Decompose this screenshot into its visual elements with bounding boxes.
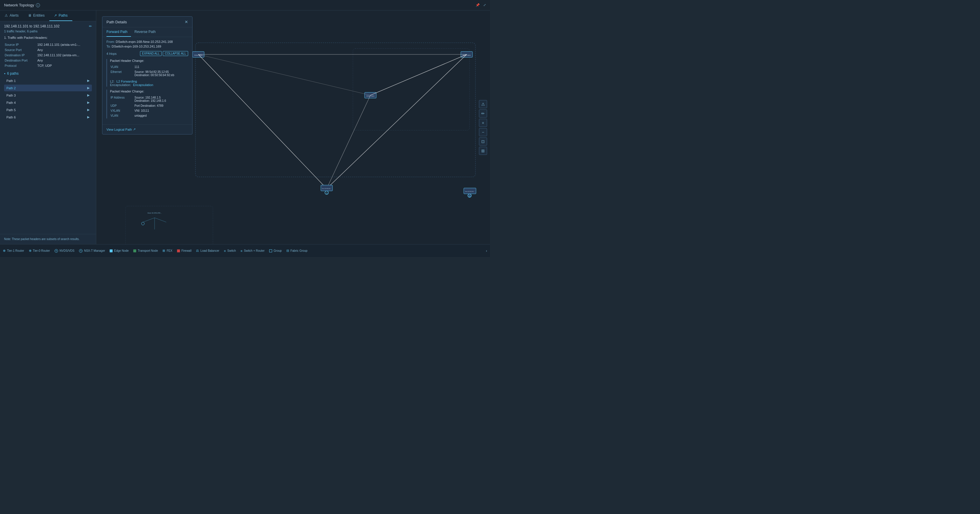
group-label: Group <box>274 249 282 252</box>
path-item-5[interactable]: Path 5 ▶ <box>4 107 92 113</box>
hop-1-encap-value[interactable]: Encapsulation <box>133 83 153 87</box>
nsx-icon: N <box>79 249 83 253</box>
expand-all-button[interactable]: EXPAND ALL <box>140 51 162 56</box>
right-tools: ⚠ ✏ + − ⊡ ⊞ <box>479 100 487 155</box>
hops-label: 4 Hops <box>107 52 117 56</box>
paths-collapse-header[interactable]: ▪ 6 paths <box>4 72 92 76</box>
source-ip-value: 192.148.11.101 (arista-vm1-... <box>37 42 91 47</box>
collapse-icon: ▪ <box>4 72 5 76</box>
load-balancer-label: Load Balancer <box>200 249 220 252</box>
svg-text:⊙: ⊙ <box>326 192 328 194</box>
hop-1-title: Packet Header Change: <box>110 59 188 62</box>
hop-1-vlan-label: VLAN <box>111 65 134 69</box>
path-item-2[interactable]: Path 2 ▶ <box>4 84 92 91</box>
source-ip-label: Source IP <box>5 42 37 47</box>
legend-fex: ⊞ FEX <box>162 249 172 253</box>
alert-tool-button[interactable]: ⚠ <box>479 100 487 108</box>
legend-group: Group <box>269 249 282 252</box>
node-bottom-left[interactable]: Host 10.253.241... ⊙ <box>321 185 332 194</box>
source-port-row: Source Port Any <box>5 48 91 52</box>
hops-actions: EXPAND ALL COLLAPSE ALL <box>140 51 188 56</box>
path-item-3[interactable]: Path 3 ▶ <box>4 92 92 99</box>
switch-icon: ≡ <box>224 249 226 253</box>
legend-nsx-manager: N NSX-T Manager <box>79 249 105 253</box>
hop-2-vxlan-value: VNI: 10111 <box>134 108 188 113</box>
tab-reverse-path[interactable]: Reverse Path <box>134 27 159 37</box>
svg-line-11 <box>371 54 467 95</box>
svg-text:⊙: ⊙ <box>469 195 471 197</box>
hop-2-udp-value: Port Destination: 4789 <box>134 103 188 108</box>
fit-button[interactable]: ⊡ <box>479 137 487 146</box>
path-item-4[interactable]: Path 4 ▶ <box>4 99 92 106</box>
canvas-area: Path Details ✕ Forward Path Reverse Path… <box>96 11 490 244</box>
hop-2-ip-label: IP Address <box>111 95 134 103</box>
section-title: 1. Traffic with Packet Headers: <box>4 36 92 40</box>
path-3-chevron: ▶ <box>87 93 89 97</box>
collapse-all-button[interactable]: COLLAPSE ALL <box>163 51 188 56</box>
info-icon[interactable]: i <box>36 3 40 7</box>
path-item-1[interactable]: Path 1 ▶ <box>4 77 92 84</box>
switch-label: Switch <box>227 249 235 252</box>
switch-router-label: Switch + Router <box>244 249 264 252</box>
node-bottom-right[interactable]: Host 10.253.241... ⊙ <box>464 188 476 197</box>
path-subtitle: 1 traffic header, 6 paths <box>4 29 92 33</box>
header-actions: 📌 ⤢ <box>476 3 486 7</box>
path-details-close[interactable]: ✕ <box>185 19 188 24</box>
nvds-icon: N <box>54 249 58 253</box>
hop-1-encap-row: Encapsulation: Encapsulation <box>110 83 188 87</box>
fabric-group-label: Fabric Group <box>291 249 307 252</box>
hop-2-table: IP Address Source: 192.148.1.5 Destinati… <box>110 95 188 118</box>
page-title: Network Topology i <box>4 3 40 7</box>
layout-button[interactable]: ⊞ <box>479 147 487 155</box>
path-item-6[interactable]: Path 6 ▶ <box>4 114 92 121</box>
alerts-icon: ⚠ <box>5 13 8 18</box>
source-ip-row: Source IP 192.148.11.101 (arista-vm1-... <box>5 42 91 47</box>
source-port-label: Source Port <box>5 48 37 52</box>
tab-entities[interactable]: 🖥 Entities <box>23 11 49 21</box>
path-details-body: From: DSwitch-evpn-168-New-10.253.241.16… <box>102 37 192 124</box>
path-2-chevron: ▶ <box>87 86 89 90</box>
zoom-out-button[interactable]: − <box>479 128 487 136</box>
svg-rect-0 <box>196 43 476 177</box>
path-from: From: DSwitch-evpn-168-New-10.253.241.16… <box>107 40 188 43</box>
title-text: Network Topology <box>4 3 34 7</box>
pin-icon[interactable]: 📌 <box>476 3 480 7</box>
hop-1-l2-value[interactable]: L2 Forwarding <box>116 80 137 83</box>
hop-1-encap-label: Encapsulation: <box>110 83 131 87</box>
edit-tool-button[interactable]: ✏ <box>479 110 487 118</box>
svg-line-9 <box>327 54 467 189</box>
edit-path-icon[interactable]: ✏ <box>89 24 92 28</box>
dest-port-value: Any <box>37 58 91 63</box>
tab-alerts[interactable]: ⚠ Alerts <box>0 11 23 21</box>
paths-icon: ↗ <box>54 13 57 18</box>
svg-text:Host 10.253.241...: Host 10.253.241... <box>322 188 332 189</box>
tier1-router-icon: ⊕ <box>3 249 6 253</box>
view-logical-path-link[interactable]: View Logical Path ↗ <box>107 127 188 131</box>
transport-node-label: Transport Node <box>138 249 158 252</box>
hop-2-section: Packet Header Change: IP Address Source:… <box>107 89 188 118</box>
hop-1-ethernet-row: Ethernet Source: 98:5d:82:35:12:65 Desti… <box>111 70 188 77</box>
path-2-label: Path 2 <box>6 86 16 90</box>
hop-2-udp-row: UDP Port Destination: 4789 <box>111 103 188 108</box>
hop-1-vlan-row: VLAN 111 <box>111 65 188 69</box>
source-port-value: Any <box>37 48 91 52</box>
zoom-in-button[interactable]: + <box>479 119 487 127</box>
dest-ip-row: Destination IP 192.148.111.102 (arista-v… <box>5 53 91 57</box>
legend-switch-router: ≡ Switch + Router <box>240 249 264 253</box>
hop-1-table: VLAN 111 Ethernet Source: 98:5d:82:35:12… <box>110 64 188 78</box>
path-4-label: Path 4 <box>6 101 16 104</box>
tab-paths[interactable]: ↗ Paths <box>49 11 72 21</box>
more-button[interactable]: › <box>486 249 487 253</box>
svg-text:Host 10.253.241...: Host 10.253.241... <box>465 191 475 192</box>
expand-icon[interactable]: ⤢ <box>483 3 486 7</box>
transport-node-icon <box>133 250 136 252</box>
bottom-legend-bar: ⊕ Tier-1 Router ⊕ Tier-0 Router N NVDS/V… <box>0 244 490 257</box>
edge-node-icon <box>110 250 113 252</box>
tab-forward-path[interactable]: Forward Path <box>107 27 131 37</box>
load-balancer-icon: ⚖ <box>196 249 199 253</box>
view-logical-text: View Logical Path <box>107 128 132 131</box>
protocol-label: Protocol <box>5 63 37 68</box>
legend-load-balancer: ⚖ Load Balancer <box>196 249 220 253</box>
external-link-icon: ↗ <box>133 127 135 131</box>
tier1-router-label: Tier-1 Router <box>7 249 24 252</box>
